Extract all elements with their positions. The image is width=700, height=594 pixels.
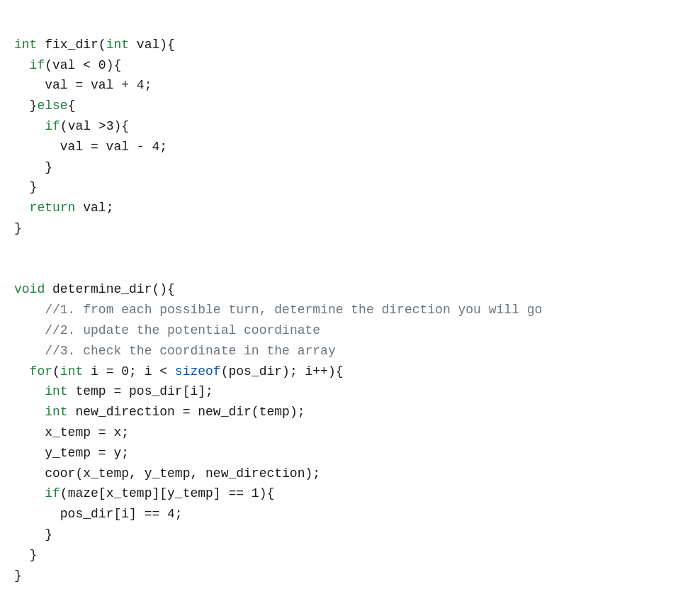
code-line-9: return val;: [14, 201, 113, 215]
code-line-24: }: [14, 548, 37, 562]
code-line-25: }: [14, 568, 22, 583]
code-line-18: x_temp = x;: [14, 425, 129, 439]
code-line-10: }: [14, 221, 22, 235]
code-line-14: //3. check the coordinate in the array: [14, 344, 336, 358]
code-line-12: //1. from each possible turn, determine …: [14, 303, 542, 317]
code-line-23: }: [14, 527, 52, 542]
code-line-8: }: [14, 180, 37, 194]
code-line-1: int fix_dir(int val){: [14, 38, 175, 52]
code-line-13: //2. update the potential coordinate: [14, 323, 320, 337]
code-line-5: if(val >3){: [14, 119, 129, 133]
code-line-15: for(int i = 0; i < sizeof(pos_dir); i++)…: [14, 364, 344, 379]
code-line-7: }: [14, 160, 52, 174]
code-line-20: coor(x_temp, y_temp, new_direction);: [14, 466, 320, 481]
code-line-19: y_temp = y;: [14, 446, 129, 460]
code-line-16: int temp = pos_dir[i];: [14, 384, 213, 398]
code-line-17: int new_direction = new_dir(temp);: [14, 405, 305, 419]
code-line-6: val = val - 4;: [14, 140, 167, 154]
code-line-2: if(val < 0){: [14, 58, 121, 72]
code-line-21: if(maze[x_temp][y_temp] == 1){: [14, 486, 274, 500]
code-line-3: val = val + 4;: [14, 78, 152, 92]
code-editor: int fix_dir(int val){ if(val < 0){ val =…: [14, 14, 686, 585]
code-line-22: pos_dir[i] == 4;: [14, 507, 183, 521]
code-line-4: }else{: [14, 99, 75, 113]
blank-line-1: [14, 239, 686, 259]
code-line-11: void determine_dir(){: [14, 282, 175, 296]
